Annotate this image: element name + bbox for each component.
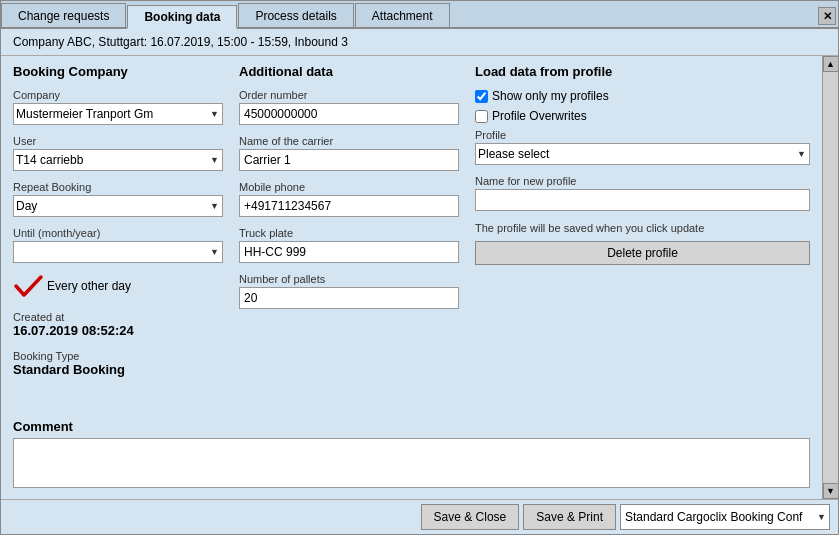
profile-overwrites-checkbox[interactable] [475, 110, 488, 123]
user-field-group: User T14 carriebb [13, 135, 223, 171]
until-select-wrapper [13, 241, 223, 263]
repeat-booking-select[interactable]: Day [13, 195, 223, 217]
booking-type-label: Booking Type [13, 350, 223, 362]
profile-select-wrapper: Please select [475, 143, 810, 165]
truck-plate-input[interactable] [239, 241, 459, 263]
save-close-button[interactable]: Save & Close [421, 504, 520, 530]
user-select-wrapper: T14 carriebb [13, 149, 223, 171]
tab-bar: Change requests Booking data Process det… [1, 1, 838, 29]
tab-change-requests[interactable]: Change requests [1, 3, 126, 27]
new-profile-input[interactable] [475, 189, 810, 211]
profile-label: Profile [475, 129, 810, 141]
mobile-phone-label: Mobile phone [239, 181, 459, 193]
content-and-scroll: Booking Company Company Mustermeier Tran… [1, 56, 838, 499]
delete-profile-button[interactable]: Delete profile [475, 241, 810, 265]
created-at-value: 16.07.2019 08:52:24 [13, 323, 223, 338]
truck-plate-label: Truck plate [239, 227, 459, 239]
scrollbar: ▲ ▼ [822, 56, 838, 499]
booking-type-value: Standard Booking [13, 362, 223, 377]
carrier-name-field-group: Name of the carrier [239, 135, 459, 171]
show-my-profiles-label: Show only my profiles [492, 89, 609, 103]
mobile-phone-input[interactable] [239, 195, 459, 217]
until-select[interactable] [13, 241, 223, 263]
comment-label: Comment [13, 419, 810, 434]
mobile-phone-field-group: Mobile phone [239, 181, 459, 217]
main-window: Change requests Booking data Process det… [0, 0, 839, 535]
show-my-profiles-row: Show only my profiles [475, 89, 810, 103]
booking-company-col: Booking Company Company Mustermeier Tran… [13, 64, 223, 411]
comment-textarea[interactable] [13, 438, 810, 488]
order-number-input[interactable] [239, 103, 459, 125]
profile-field-group: Profile Please select [475, 129, 810, 165]
booking-type-section: Booking Type Standard Booking [13, 350, 223, 377]
red-checkmark-icon [13, 273, 45, 299]
profile-overwrites-label: Profile Overwrites [492, 109, 587, 123]
load-profile-title: Load data from profile [475, 64, 810, 79]
truck-plate-field-group: Truck plate [239, 227, 459, 263]
booking-conf-select-wrapper: Standard Cargoclix Booking Conf [620, 504, 830, 530]
footer: Save & Close Save & Print Standard Cargo… [1, 499, 838, 534]
repeat-booking-field-group: Repeat Booking Day [13, 181, 223, 217]
until-field-group: Until (month/year) [13, 227, 223, 263]
scroll-down-button[interactable]: ▼ [823, 483, 839, 499]
user-label: User [13, 135, 223, 147]
created-at-label: Created at [13, 311, 223, 323]
tab-attachment[interactable]: Attachment [355, 3, 450, 27]
new-profile-label: Name for new profile [475, 175, 810, 187]
order-number-label: Order number [239, 89, 459, 101]
comment-section: Comment [1, 419, 822, 499]
carrier-name-label: Name of the carrier [239, 135, 459, 147]
num-pallets-field-group: Number of pallets [239, 273, 459, 309]
created-at-section: Created at 16.07.2019 08:52:24 [13, 311, 223, 338]
every-other-day-label: Every other day [47, 279, 131, 293]
num-pallets-input[interactable] [239, 287, 459, 309]
company-select[interactable]: Mustermeier Tranport Gm [13, 103, 223, 125]
num-pallets-label: Number of pallets [239, 273, 459, 285]
carrier-name-input[interactable] [239, 149, 459, 171]
additional-data-col: Additional data Order number Name of the… [239, 64, 459, 411]
profile-select[interactable]: Please select [475, 143, 810, 165]
main-content: Booking Company Company Mustermeier Tran… [1, 56, 822, 419]
header-info: Company ABC, Stuttgart: 16.07.2019, 15:0… [1, 29, 838, 56]
until-label: Until (month/year) [13, 227, 223, 239]
close-button[interactable]: ✕ [818, 7, 836, 25]
load-profile-col: Load data from profile Show only my prof… [475, 64, 810, 411]
content-area: Booking Company Company Mustermeier Tran… [1, 56, 822, 499]
additional-data-title: Additional data [239, 64, 459, 79]
show-my-profiles-checkbox[interactable] [475, 90, 488, 103]
scroll-up-button[interactable]: ▲ [823, 56, 839, 72]
tab-booking-data[interactable]: Booking data [127, 5, 237, 29]
repeat-booking-label: Repeat Booking [13, 181, 223, 193]
repeat-booking-select-wrapper: Day [13, 195, 223, 217]
company-label: Company [13, 89, 223, 101]
booking-conf-select[interactable]: Standard Cargoclix Booking Conf [620, 504, 830, 530]
every-other-day-row: Every other day [13, 273, 223, 299]
profile-note: The profile will be saved when you click… [475, 221, 810, 235]
tab-process-details[interactable]: Process details [238, 3, 353, 27]
new-profile-field-group: Name for new profile [475, 175, 810, 211]
user-select[interactable]: T14 carriebb [13, 149, 223, 171]
scroll-track[interactable] [823, 72, 838, 483]
order-number-field-group: Order number [239, 89, 459, 125]
company-select-wrapper: Mustermeier Tranport Gm [13, 103, 223, 125]
save-print-button[interactable]: Save & Print [523, 504, 616, 530]
profile-overwrites-row: Profile Overwrites [475, 109, 810, 123]
booking-company-title: Booking Company [13, 64, 223, 79]
company-field-group: Company Mustermeier Tranport Gm [13, 89, 223, 125]
